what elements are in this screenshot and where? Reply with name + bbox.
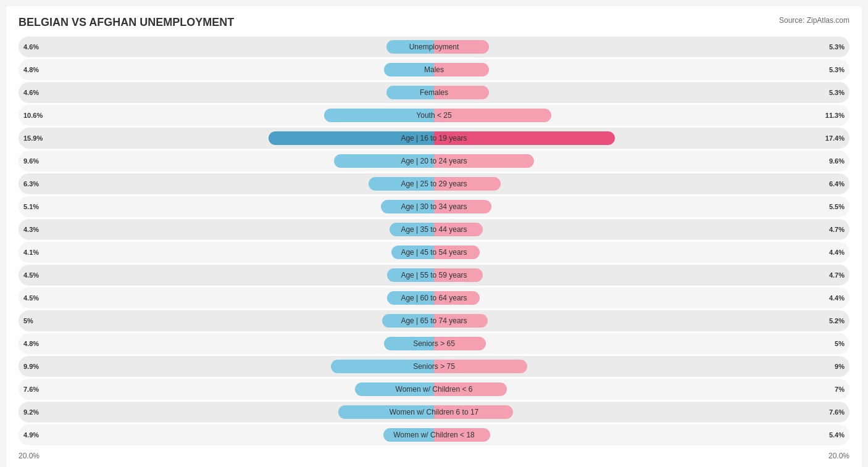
bar-row-13: 4.8% Seniors > 65 5% xyxy=(19,333,849,354)
axis-right: 20.0% xyxy=(828,452,849,460)
bar-row-17: 4.9% Women w/ Children < 18 5.4% xyxy=(19,424,849,445)
bar-row-5: 9.6% Age | 20 to 24 years 9.6% xyxy=(19,151,849,172)
bar-row-0: 4.6% Unemployment 5.3% xyxy=(19,36,849,57)
chart-header: BELGIAN VS AFGHAN UNEMPLOYMENT Source: Z… xyxy=(19,16,849,29)
bar-row-16: 9.2% Women w/ Children 6 to 17 7.6% xyxy=(19,402,849,423)
axis-row: 20.0% 20.0% xyxy=(19,448,849,464)
bar-row-6: 6.3% Age | 25 to 29 years 6.4% xyxy=(19,173,849,194)
bar-row-14: 9.9% Seniors > 75 9% xyxy=(19,356,849,377)
bar-row-1: 4.8% Males 5.3% xyxy=(19,59,849,80)
bar-row-8: 4.3% Age | 35 to 44 years 4.7% xyxy=(19,219,849,240)
bar-row-15: 7.6% Women w/ Children < 6 7% xyxy=(19,379,849,400)
axis-left: 20.0% xyxy=(19,452,40,460)
bar-row-11: 4.5% Age | 60 to 64 years 4.4% xyxy=(19,287,849,308)
chart-container: BELGIAN VS AFGHAN UNEMPLOYMENT Source: Z… xyxy=(6,6,862,467)
bar-row-2: 4.6% Females 5.3% xyxy=(19,82,849,103)
bar-row-3: 10.6% Youth < 25 11.3% xyxy=(19,105,849,126)
bar-row-10: 4.5% Age | 55 to 59 years 4.7% xyxy=(19,265,849,286)
chart-area: 4.6% Unemployment 5.3% 4.8% Males 5.3% xyxy=(19,36,849,445)
bar-row-9: 4.1% Age | 45 to 54 years 4.4% xyxy=(19,242,849,263)
chart-source: Source: ZipAtlas.com xyxy=(779,16,849,25)
bar-row-12: 5% Age | 65 to 74 years 5.2% xyxy=(19,310,849,331)
chart-title: BELGIAN VS AFGHAN UNEMPLOYMENT xyxy=(19,16,234,29)
bar-row-4: 15.9% Age | 16 to 19 years 17.4% xyxy=(19,128,849,149)
bar-row-7: 5.1% Age | 30 to 34 years 5.5% xyxy=(19,196,849,217)
